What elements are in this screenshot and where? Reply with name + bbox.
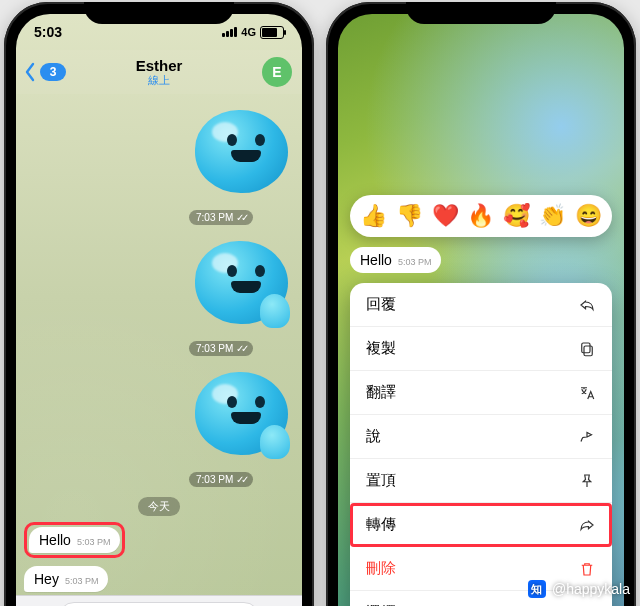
menu-copy[interactable]: 複製 bbox=[350, 327, 612, 371]
message-text[interactable]: Hey 5:03 PM bbox=[24, 566, 294, 592]
screen-left: 5:03 4G 3 Esther 線上 E bbox=[16, 14, 302, 606]
translate-icon bbox=[578, 384, 596, 402]
input-bar: 輸入訊息 ☻ bbox=[16, 595, 302, 606]
message-list[interactable]: 7:03 PM ✓✓ 7:03 PM ✓✓ bbox=[16, 94, 302, 596]
avatar[interactable]: E bbox=[262, 57, 292, 87]
copy-icon bbox=[578, 340, 596, 358]
message-text[interactable]: Hello 5:03 PM bbox=[24, 522, 294, 558]
message-time: 5:03 PM bbox=[77, 537, 111, 547]
phone-right: 👍 👎 ❤️ 🔥 🥰 👏 😄 Hello 5:03 PM 回覆 複製 bbox=[326, 2, 636, 606]
signal-icon bbox=[222, 27, 237, 37]
reaction-grin[interactable]: 😄 bbox=[575, 203, 602, 229]
zhihu-logo-icon: 知 bbox=[528, 580, 546, 598]
sticker-icon bbox=[189, 364, 294, 469]
speak-icon bbox=[578, 428, 596, 446]
reaction-heart[interactable]: ❤️ bbox=[432, 203, 459, 229]
unread-badge: 3 bbox=[40, 63, 66, 81]
menu-label: 置頂 bbox=[366, 471, 396, 490]
menu-translate[interactable]: 翻譯 bbox=[350, 371, 612, 415]
read-ticks-icon: ✓✓ bbox=[236, 343, 246, 354]
message-sticker[interactable]: 7:03 PM ✓✓ bbox=[24, 364, 294, 487]
sticker-icon bbox=[189, 233, 294, 338]
chat-title[interactable]: Esther 線上 bbox=[136, 58, 183, 87]
read-ticks-icon: ✓✓ bbox=[236, 212, 246, 223]
message-meta: 7:03 PM ✓✓ bbox=[189, 341, 253, 356]
reaction-bar[interactable]: 👍 👎 ❤️ 🔥 🥰 👏 😄 bbox=[350, 195, 612, 237]
contact-status: 線上 bbox=[136, 74, 183, 86]
forward-icon bbox=[578, 516, 596, 534]
status-time: 5:03 bbox=[34, 24, 62, 40]
message-body: Hello bbox=[360, 252, 392, 268]
menu-label: 回覆 bbox=[366, 295, 396, 314]
back-button[interactable]: 3 bbox=[24, 62, 66, 82]
chat-header: 3 Esther 線上 E bbox=[16, 50, 302, 94]
message-body: Hello bbox=[39, 532, 71, 548]
message-time: 7:03 PM bbox=[196, 212, 233, 223]
menu-reply[interactable]: 回覆 bbox=[350, 283, 612, 327]
message-time: 7:03 PM bbox=[196, 343, 233, 354]
message-time: 7:03 PM bbox=[196, 474, 233, 485]
read-ticks-icon: ✓✓ bbox=[236, 474, 246, 485]
chevron-left-icon bbox=[24, 62, 36, 82]
svg-rect-1 bbox=[584, 346, 592, 356]
reaction-smiling-hearts[interactable]: 🥰 bbox=[503, 203, 530, 229]
contact-name: Esther bbox=[136, 58, 183, 75]
reaction-fire[interactable]: 🔥 bbox=[467, 203, 494, 229]
menu-label: 複製 bbox=[366, 339, 396, 358]
message-body: Hey bbox=[34, 571, 59, 587]
notch bbox=[84, 2, 234, 24]
message-meta: 7:03 PM ✓✓ bbox=[189, 210, 253, 225]
message-sticker[interactable]: 7:03 PM ✓✓ bbox=[24, 102, 294, 225]
menu-label: 刪除 bbox=[366, 559, 396, 578]
svg-rect-2 bbox=[582, 343, 590, 353]
message-meta: 7:03 PM ✓✓ bbox=[189, 472, 253, 487]
annotation-highlight: Hello 5:03 PM bbox=[24, 522, 125, 558]
message-input[interactable]: 輸入訊息 ☻ bbox=[58, 602, 260, 606]
menu-label: 翻譯 bbox=[366, 383, 396, 402]
menu-label: 轉傳 bbox=[366, 515, 396, 534]
reaction-thumbs-down[interactable]: 👎 bbox=[396, 203, 423, 229]
carrier-label: 4G bbox=[241, 26, 256, 38]
notch bbox=[406, 2, 556, 24]
selected-message: Hello 5:03 PM bbox=[350, 247, 441, 273]
menu-forward[interactable]: 轉傳 bbox=[350, 503, 612, 547]
watermark: 知 @happykala bbox=[528, 580, 630, 598]
menu-label: 說 bbox=[366, 427, 381, 446]
context-menu: 回覆 複製 翻譯 說 置頂 bbox=[350, 283, 612, 606]
message-sticker[interactable]: 7:03 PM ✓✓ bbox=[24, 233, 294, 356]
reaction-clap[interactable]: 👏 bbox=[539, 203, 566, 229]
menu-pin[interactable]: 置頂 bbox=[350, 459, 612, 503]
sticker-icon bbox=[189, 102, 294, 207]
battery-icon bbox=[260, 26, 284, 39]
message-time: 5:03 PM bbox=[398, 257, 432, 267]
reply-icon bbox=[578, 296, 596, 314]
context-overlay: 👍 👎 ❤️ 🔥 🥰 👏 😄 Hello 5:03 PM 回覆 複製 bbox=[350, 195, 612, 606]
reaction-thumbs-up[interactable]: 👍 bbox=[360, 203, 387, 229]
screen-right: 👍 👎 ❤️ 🔥 🥰 👏 😄 Hello 5:03 PM 回覆 複製 bbox=[338, 14, 624, 606]
phone-left: 5:03 4G 3 Esther 線上 E bbox=[4, 2, 314, 606]
pin-icon bbox=[578, 472, 596, 490]
date-separator: 今天 bbox=[138, 497, 180, 516]
trash-icon bbox=[578, 560, 596, 578]
watermark-handle: @happykala bbox=[552, 581, 630, 597]
menu-speak[interactable]: 說 bbox=[350, 415, 612, 459]
message-time: 5:03 PM bbox=[65, 576, 99, 586]
